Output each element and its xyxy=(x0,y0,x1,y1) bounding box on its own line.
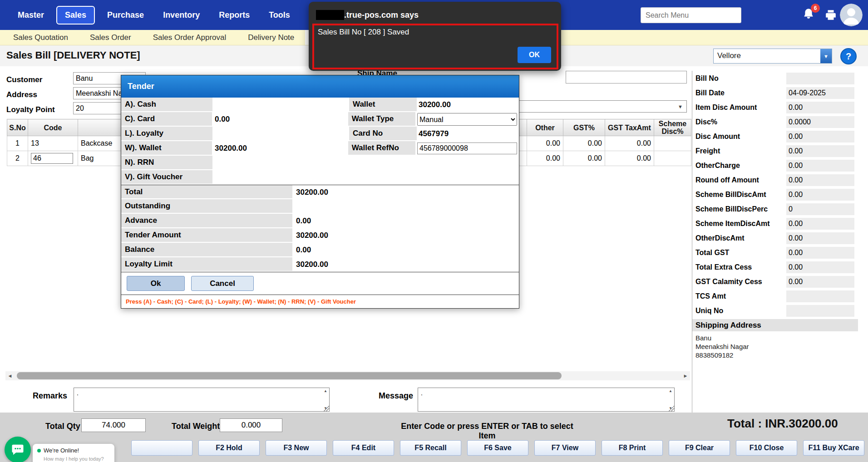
wallet-refno-input[interactable] xyxy=(417,143,517,154)
tender-row-gift-voucher: V). Gift Voucher xyxy=(121,170,519,185)
f2-hold-button[interactable]: F2 Hold xyxy=(198,440,260,456)
summary-row-uniq-no: Uniq No xyxy=(692,304,858,318)
cell-gst[interactable]: 0.00 xyxy=(563,136,605,151)
summary-label: Item Disc Amount xyxy=(692,103,786,112)
summary-label: Total GST xyxy=(692,249,786,257)
rrn-value[interactable] xyxy=(212,156,349,170)
tab-sales-quotation[interactable]: Sales Quotation xyxy=(2,30,79,45)
cell-sno: 2 xyxy=(7,151,28,166)
f3-new-button[interactable]: F3 New xyxy=(266,440,327,456)
wallet-type-select[interactable]: Manual xyxy=(417,113,517,126)
scrollbar-thumb[interactable] xyxy=(17,372,562,379)
fkey-blank-button[interactable] xyxy=(131,440,192,456)
f8-print-button[interactable]: F8 Print xyxy=(602,440,663,456)
chevron-down-icon[interactable]: ▼ xyxy=(820,49,832,63)
total-label: Total xyxy=(121,185,292,199)
cell-other[interactable]: 0.00 xyxy=(527,136,563,151)
tender-advance-row: Advance 0.00 xyxy=(121,214,519,228)
arrow-up-icon[interactable]: ▲ xyxy=(669,389,672,393)
f6-save-button[interactable]: F6 Save xyxy=(467,440,528,456)
resize-handle-icon[interactable] xyxy=(669,406,674,411)
card-value[interactable]: 0.00 xyxy=(212,112,348,127)
scroll-left-icon[interactable]: ◄ xyxy=(5,371,15,380)
dialog-message: Sales Bill No [ 208 ] Saved xyxy=(318,28,409,37)
cell-gst[interactable]: 0.00 xyxy=(563,151,605,166)
total-weight-input[interactable] xyxy=(220,418,282,432)
tab-sales-order[interactable]: Sales Order xyxy=(79,30,142,45)
message-textarea[interactable]: . ▲ ▼ xyxy=(418,388,675,412)
wallet-type-label: Wallet Type xyxy=(348,112,415,127)
rrn-label: N). RRN xyxy=(121,156,212,170)
arrow-up-icon[interactable]: ▲ xyxy=(324,389,327,393)
f11-buy-xcare-button[interactable]: F11 Buy XCare xyxy=(803,440,864,456)
resize-handle-icon[interactable] xyxy=(324,406,329,411)
wallet-value[interactable]: 30200.00 xyxy=(417,98,519,112)
summary-value xyxy=(786,305,854,317)
help-button[interactable]: ? xyxy=(840,48,857,64)
card-no-value[interactable]: 4567979 xyxy=(417,127,519,141)
f7-view-button[interactable]: F7 View xyxy=(534,440,596,456)
advance-value: 0.00 xyxy=(292,214,519,228)
summary-value: 0 xyxy=(786,203,854,215)
f5-recall-button[interactable]: F5 Recall xyxy=(400,440,461,456)
page-title: Sales Bill [DELIVERY NOTE] xyxy=(6,49,140,61)
chat-launcher-button[interactable] xyxy=(5,437,31,462)
nav-item-master[interactable]: Master xyxy=(8,0,54,30)
tender-ok-button[interactable]: Ok xyxy=(127,276,185,291)
total-value: 30200.00 xyxy=(292,185,519,199)
bottom-bar: Total Qty Total Weight Enter Code or pre… xyxy=(0,413,868,462)
cell-gst-taxamt[interactable]: 0.00 xyxy=(605,136,654,151)
balance-value: 0.00 xyxy=(292,243,519,257)
tender-cancel-button[interactable]: Cancel xyxy=(191,276,254,291)
total-weight-label: Total Weight xyxy=(172,422,220,431)
horizontal-scrollbar[interactable]: ◄ ► xyxy=(5,371,690,380)
cell-scheme-disc[interactable] xyxy=(654,136,691,151)
tender-total-row: Total 30200.00 xyxy=(121,185,519,199)
nav-item-sales[interactable]: Sales xyxy=(56,6,95,25)
cell-other[interactable]: 0.00 xyxy=(527,151,563,166)
user-avatar[interactable] xyxy=(840,4,863,26)
f4-edit-button[interactable]: F4 Edit xyxy=(333,440,394,456)
summary-row-other-charge: OtherCharge0.00 xyxy=(692,158,858,173)
summary-row-total-extra-cess: Total Extra Cess0.00 xyxy=(692,260,858,275)
address-label: Address xyxy=(6,90,37,99)
f10-close-button[interactable]: F10 Close xyxy=(736,440,797,456)
ship-name-input[interactable] xyxy=(566,71,687,84)
nav-item-inventory[interactable]: Inventory xyxy=(153,0,209,30)
message-label: Message xyxy=(374,391,413,401)
cell-sno: 1 xyxy=(7,136,28,151)
cell-code[interactable]: 46 xyxy=(28,151,78,166)
col-header-sno: S.No xyxy=(7,119,28,136)
cell-code[interactable]: 13 xyxy=(28,136,78,151)
nav-item-purchase[interactable]: Purchase xyxy=(98,0,153,30)
search-input[interactable] xyxy=(641,7,741,23)
cash-label: A). Cash xyxy=(121,98,212,112)
nav-item-tools[interactable]: Tools xyxy=(259,0,300,30)
wallet-pay-value[interactable]: 30200.00 xyxy=(212,141,348,156)
f9-clear-button[interactable]: F9 Clear xyxy=(669,440,730,456)
notification-bell-icon[interactable]: 6 xyxy=(803,7,818,24)
chat-status-popup[interactable]: We're Online! How may I help you today? xyxy=(33,444,114,462)
tab-delivery-note[interactable]: Delivery Note xyxy=(237,30,305,45)
tender-modal: Tender A). Cash Wallet 30200.00 C). Card… xyxy=(121,75,519,309)
printer-icon[interactable] xyxy=(824,9,837,23)
summary-row-disc-pct: Disc%0.0000 xyxy=(692,115,858,129)
total-qty-input[interactable] xyxy=(81,418,146,432)
wallet-refno-label: Wallet RefNo xyxy=(348,141,415,156)
loyalty-value[interactable] xyxy=(212,127,349,141)
cell-gst-taxamt[interactable]: 0.00 xyxy=(605,151,654,166)
cell-scheme-disc[interactable] xyxy=(654,151,691,166)
message-text: . xyxy=(421,389,423,397)
remarks-textarea[interactable]: . ▲ ▼ xyxy=(74,388,330,412)
tender-amount-row: Tender Amount 30200.00 xyxy=(121,228,519,243)
focused-code-cell[interactable]: 46 xyxy=(31,153,73,164)
tab-sales-order-approval[interactable]: Sales Order Approval xyxy=(142,30,237,45)
gift-voucher-value[interactable] xyxy=(212,170,349,185)
dialog-ok-button[interactable]: OK xyxy=(518,47,551,63)
location-dropdown[interactable]: Vellore ▼ xyxy=(713,49,832,64)
wallet-label: Wallet xyxy=(349,98,417,112)
scroll-right-icon[interactable]: ► xyxy=(681,371,690,380)
nav-item-reports[interactable]: Reports xyxy=(209,0,259,30)
cash-value[interactable] xyxy=(212,98,349,112)
summary-value: 0.00 xyxy=(786,232,854,244)
